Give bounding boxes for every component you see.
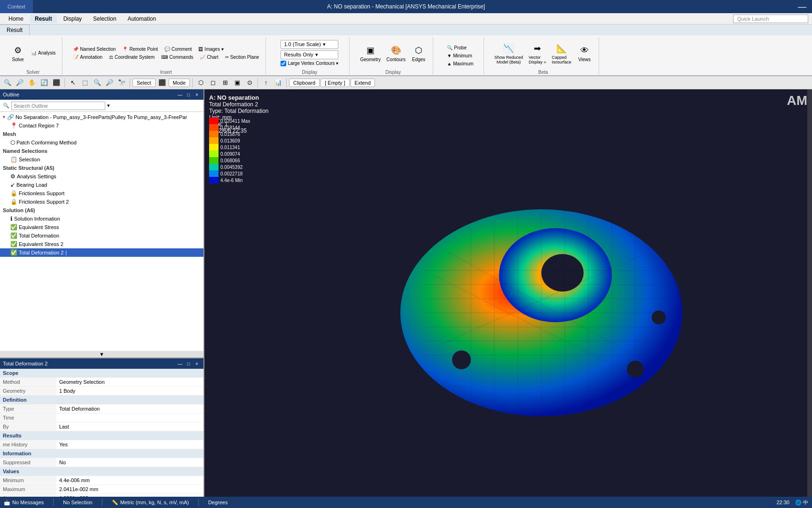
tree-item-no-separation[interactable]: ▼ 🔗 No Separation - Pump_assy_3-FreePart… xyxy=(0,113,203,121)
props-maximize[interactable]: □ xyxy=(185,360,192,367)
empty-button[interactable]: [ Empty ] xyxy=(320,79,349,87)
results-only-dropdown[interactable]: Results Only ▾ xyxy=(281,50,338,59)
toolbar-zoom-out[interactable]: 🔎 xyxy=(14,77,25,88)
viewport[interactable]: A: NO separation Total Deformation 2 Typ… xyxy=(204,89,812,508)
minimum-button[interactable]: ▼ Minimum xyxy=(445,52,475,59)
annotation-button[interactable]: 📝 Annotation xyxy=(71,54,104,61)
left-panel-minimize[interactable]: — xyxy=(176,91,184,98)
quick-launch-input[interactable]: Quick Launch xyxy=(733,15,808,23)
menu-display[interactable]: Display xyxy=(59,15,86,23)
left-panel-maximize[interactable]: □ xyxy=(185,91,192,98)
extend-button[interactable]: Extend xyxy=(351,79,375,87)
left-panel-close[interactable]: × xyxy=(193,91,201,98)
status-angle: Degrees xyxy=(208,500,228,505)
analysis-button[interactable]: 📊 Analysis xyxy=(29,49,57,56)
toolbar-icon3[interactable]: ⊞ xyxy=(219,77,231,88)
toolbar-zoom-ext[interactable]: 🔎 xyxy=(104,77,115,88)
probe-button[interactable]: 🔍 Probe xyxy=(445,44,475,51)
search-dropdown-arrow[interactable]: ▾ xyxy=(107,103,110,109)
tree-scroll-down[interactable]: ▼ xyxy=(0,351,203,357)
tree-item-frictionless1[interactable]: 🔒 Frictionless Support xyxy=(0,189,203,198)
toolbar-fit[interactable]: ⬛ xyxy=(51,77,62,88)
tree-item-selection[interactable]: 📋 Selection xyxy=(0,155,203,164)
props-val-time-val: Last xyxy=(56,422,203,431)
tree-label: Patch Conforming Method xyxy=(16,140,77,145)
show-reduced-icon: 📉 xyxy=(502,42,515,55)
scale-dropdown[interactable]: 1.0 (True Scale) ▾ xyxy=(281,40,338,49)
tree-item-frictionless2[interactable]: 🔒 Frictionless Support 2 xyxy=(0,198,203,206)
select-mode-icon[interactable]: ⬛ xyxy=(156,77,168,88)
coordinate-system-button[interactable]: ⚖ Coordinate System xyxy=(107,54,156,61)
toolbar-zoom-fit[interactable]: 🔭 xyxy=(116,77,127,88)
show-reduced-label: Show ReducedModel (Beta) xyxy=(494,55,523,64)
named-selection-icon: 📌 xyxy=(73,47,78,52)
svg-point-23 xyxy=(652,310,666,325)
menu-selection[interactable]: Selection xyxy=(88,15,121,23)
props-minimize[interactable]: — xyxy=(176,360,184,367)
tree-item-patch-conforming[interactable]: ⬡ Patch Conforming Method xyxy=(0,138,203,147)
toolbar-zoom-in[interactable]: 🔍 xyxy=(2,77,13,88)
contours-button[interactable]: 🎨 Contours xyxy=(384,43,407,63)
props-close[interactable]: × xyxy=(193,360,201,367)
toolbar-rotate[interactable]: 🔄 xyxy=(39,77,50,88)
maximum-button[interactable]: ▲ Maximum xyxy=(445,60,475,67)
context-tab[interactable]: Context xyxy=(0,0,33,13)
menu-result[interactable]: Result xyxy=(30,15,57,23)
tree-item-solution-info[interactable]: ℹ Solution Information xyxy=(0,214,203,223)
capped-isosurface-label: CappedIsosurface xyxy=(552,55,571,64)
edges-button[interactable]: ⬡ Edges xyxy=(409,43,428,63)
menu-home[interactable]: Home xyxy=(4,15,28,23)
toolbar-icon7[interactable]: 📊 xyxy=(273,77,284,88)
status-sep3 xyxy=(198,499,199,506)
toolbar-box-zoom[interactable]: ⬚ xyxy=(79,77,91,88)
tree-item-analysis-settings[interactable]: ⚙ Analysis Settings xyxy=(0,172,203,181)
menu-automation[interactable]: Automation xyxy=(123,15,161,23)
tree-item-equiv-stress2[interactable]: ✅ Equivalent Stress 2 xyxy=(0,240,203,248)
clipboard-button[interactable]: Clipboard xyxy=(289,79,320,87)
named-selection-label: Named Selection xyxy=(80,47,116,52)
cb-swatch xyxy=(209,118,219,124)
minimize-button[interactable]: — xyxy=(798,2,806,12)
section-plane-button[interactable]: ✂ Section Plane xyxy=(223,54,261,61)
tree-item-contact-region[interactable]: 📍 Contact Region 7 xyxy=(0,121,203,130)
chart-button[interactable]: 📈 Chart xyxy=(198,54,220,61)
large-vertex-label: Large Vertex Contours xyxy=(288,61,335,66)
viewport-right-scroll[interactable] xyxy=(807,89,812,508)
search-input[interactable] xyxy=(11,102,105,110)
capped-isosurface-button[interactable]: 📐 CappedIsosurface xyxy=(550,41,573,65)
toolbar-icon6[interactable]: ↑ xyxy=(260,77,272,88)
remote-point-button[interactable]: 📍 Remote Point xyxy=(120,46,160,53)
tree-item-bearing-load[interactable]: ↙ Bearing Load xyxy=(0,181,203,189)
tree-item-total-deform[interactable]: ✅ Total Deformation xyxy=(0,231,203,240)
chart-icon: 📈 xyxy=(200,55,205,60)
select-button[interactable]: Select xyxy=(133,79,156,87)
cb-swatch xyxy=(209,157,219,164)
toolbar-icon4[interactable]: ▣ xyxy=(232,77,243,88)
ribbon-tab-result[interactable]: Result xyxy=(0,24,30,35)
commands-button[interactable]: ⌨ Commands xyxy=(159,54,195,61)
toolbar-icon1[interactable]: ⬡ xyxy=(195,77,206,88)
solve-button[interactable]: ⚙ Solve xyxy=(8,43,27,63)
ribbon-group-beta: 📉 Show ReducedModel (Beta) ➡ VectorDispl… xyxy=(488,37,599,75)
show-reduced-button[interactable]: 📉 Show ReducedModel (Beta) xyxy=(492,41,525,65)
views-button[interactable]: 👁 Views xyxy=(575,43,594,63)
mode-button[interactable]: Mode xyxy=(169,79,190,87)
toolbar-icon5[interactable]: ⊙ xyxy=(244,77,255,88)
toolbar-icon2[interactable]: ◻ xyxy=(207,77,219,88)
geometry-button[interactable]: ▣ Geometry xyxy=(358,43,383,63)
named-selection-button[interactable]: 📌 Named Selection xyxy=(71,46,117,53)
vector-display-button[interactable]: ➡ VectorDisplay = xyxy=(527,41,548,65)
comment-button[interactable]: 💬 Comment xyxy=(163,46,194,53)
images-button[interactable]: 🖼 Images ▾ xyxy=(196,46,226,53)
tree-item-equiv-stress[interactable]: ✅ Equivalent Stress xyxy=(0,223,203,231)
props-row-time: Time xyxy=(0,413,203,422)
maximum-icon: ▲ xyxy=(447,61,452,66)
views-icon: 👁 xyxy=(578,44,591,57)
beta-group-label: Beta xyxy=(539,70,548,75)
props-header: Total Deformation 2 — □ × xyxy=(0,358,203,369)
toolbar-pan[interactable]: ✋ xyxy=(26,77,38,88)
toolbar-cursor[interactable]: ↖ xyxy=(67,77,78,88)
toolbar-zoom-mode[interactable]: 🔍 xyxy=(92,77,103,88)
tree-item-total-deform2[interactable]: ✅ Total Deformation 2 | xyxy=(0,248,203,257)
large-vertex-checkbox[interactable] xyxy=(281,61,286,66)
